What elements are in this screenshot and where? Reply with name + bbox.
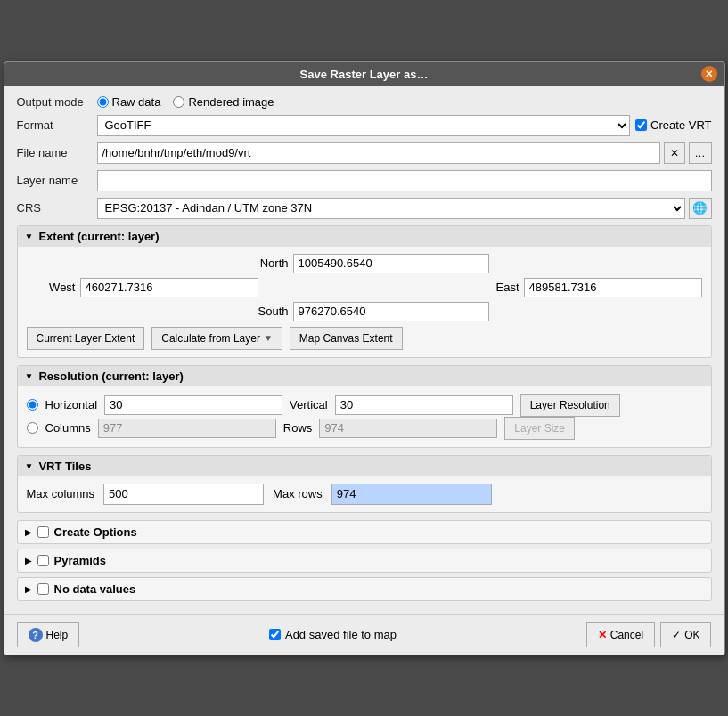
calculate-from-layer-label: Calculate from Layer (161, 332, 260, 345)
format-select-wrapper: GeoTIFF Create VRT (97, 115, 712, 136)
output-mode-row: Output mode Raw data Rendered image (17, 95, 712, 109)
extent-arrow-icon: ▼ (25, 232, 34, 241)
extent-west-east-row: West 460271.7316 East 489581.7316 (27, 278, 702, 297)
create-vrt-wrapper: Create VRT (635, 118, 711, 132)
no-data-values-checkbox[interactable] (37, 583, 49, 595)
vrt-tiles-header[interactable]: ▼ VRT Tiles (18, 456, 711, 476)
crs-field-group: EPSG:20137 - Adindan / UTM zone 37N 🌐 (97, 198, 712, 219)
crs-label: CRS (17, 201, 97, 215)
no-data-values-section[interactable]: ▶ No data values (17, 577, 712, 601)
close-icon: ✕ (705, 69, 713, 80)
raw-data-radio[interactable] (97, 96, 109, 108)
footer-right: ✕ Cancel ✓ OK (586, 622, 712, 647)
layer-name-input[interactable] (97, 170, 712, 191)
ok-button[interactable]: ✓ OK (660, 622, 711, 647)
resolution-arrow-icon: ▼ (25, 371, 34, 381)
rendered-image-radio[interactable] (173, 96, 184, 108)
crs-select[interactable]: EPSG:20137 - Adindan / UTM zone 37N (97, 198, 685, 219)
horizontal-input[interactable]: 30 (104, 395, 282, 415)
extent-south-row: South 976270.6540 (27, 302, 702, 321)
create-options-checkbox[interactable] (37, 526, 49, 538)
create-vrt-checkbox[interactable] (635, 119, 647, 131)
east-input[interactable]: 489581.7316 (524, 278, 702, 297)
extent-header[interactable]: ▼ Extent (current: layer) (18, 226, 711, 247)
vertical-input[interactable]: 30 (335, 395, 513, 415)
format-label: Format (17, 118, 97, 132)
east-label: East (470, 281, 519, 294)
save-raster-dialog: Save Raster Layer as… ✕ Output mode Raw … (4, 61, 725, 655)
calculate-dropdown-icon: ▼ (264, 333, 273, 343)
pyramids-label: Pyramids (54, 554, 107, 567)
vrt-tiles-section: ▼ VRT Tiles Max columns 500 Max rows 974 (17, 455, 712, 513)
horizontal-radio[interactable] (27, 399, 38, 411)
rendered-image-option[interactable]: Rendered image (173, 95, 274, 109)
extent-buttons-row: Current Layer Extent Calculate from Laye… (27, 327, 702, 350)
file-name-input[interactable]: /home/bnhr/tmp/eth/mod9/vrt (97, 142, 660, 164)
north-label: North (240, 256, 289, 270)
title-bar: Save Raster Layer as… ✕ (4, 62, 724, 86)
pyramids-checkbox[interactable] (37, 555, 49, 566)
cancel-button[interactable]: ✕ Cancel (586, 622, 655, 647)
add-saved-checkbox[interactable] (269, 629, 281, 640)
raw-data-label: Raw data (112, 95, 161, 109)
create-options-arrow-icon: ▶ (25, 527, 32, 537)
south-input[interactable]: 976270.6540 (293, 302, 489, 321)
file-name-label: File name (17, 146, 97, 159)
resolution-title: Resolution (current: layer) (38, 370, 184, 383)
columns-input[interactable]: 977 (98, 419, 276, 438)
clear-icon: ✕ (670, 147, 679, 159)
extent-east-group: East 489581.7316 (470, 278, 702, 297)
west-input[interactable]: 460271.7316 (80, 278, 258, 297)
calculate-from-layer-button[interactable]: Calculate from Layer ▼ (151, 327, 282, 350)
help-label: Help (46, 629, 69, 641)
south-label: South (240, 305, 289, 318)
rows-input[interactable]: 974 (319, 419, 497, 438)
ok-label: OK (684, 629, 699, 641)
file-name-field-group: /home/bnhr/tmp/eth/mod9/vrt ✕ … (97, 142, 712, 164)
raw-data-option[interactable]: Raw data (97, 95, 161, 109)
current-layer-extent-button[interactable]: Current Layer Extent (27, 327, 145, 350)
map-canvas-extent-button[interactable]: Map Canvas Extent (290, 327, 403, 350)
create-options-label: Create Options (54, 525, 137, 539)
extent-north-row: North 1005490.6540 (27, 254, 702, 273)
output-mode-label: Output mode (17, 95, 97, 109)
extent-section: ▼ Extent (current: layer) North 1005490.… (17, 225, 712, 358)
horizontal-label: Horizontal (45, 398, 98, 411)
help-icon: ? (29, 628, 43, 642)
crs-icon: 🌐 (692, 201, 708, 215)
dialog-footer: ? Help Add saved file to map ✕ Cancel ✓ … (4, 614, 724, 655)
columns-radio[interactable] (27, 422, 38, 434)
help-button[interactable]: ? Help (17, 622, 80, 647)
add-saved-label: Add saved file to map (285, 628, 397, 641)
pyramids-arrow-icon: ▶ (25, 556, 32, 565)
resolution-header[interactable]: ▼ Resolution (current: layer) (18, 366, 711, 386)
max-rows-input[interactable]: 974 (331, 484, 492, 505)
close-button[interactable]: ✕ (701, 66, 717, 82)
footer-left: ? Help (17, 622, 80, 647)
vrt-tiles-title: VRT Tiles (38, 460, 91, 473)
file-name-browse-button[interactable]: … (689, 142, 712, 164)
layer-size-button[interactable]: Layer Size (504, 417, 575, 440)
file-name-row: File name /home/bnhr/tmp/eth/mod9/vrt ✕ … (17, 142, 712, 164)
create-options-section[interactable]: ▶ Create Options (17, 520, 712, 544)
pyramids-section[interactable]: ▶ Pyramids (17, 549, 712, 573)
layer-name-row: Layer name (17, 170, 712, 191)
layer-name-label: Layer name (17, 174, 97, 187)
max-columns-input[interactable]: 500 (103, 484, 264, 505)
north-input[interactable]: 1005490.6540 (293, 254, 489, 273)
rendered-image-label: Rendered image (188, 95, 274, 109)
layer-resolution-button[interactable]: Layer Resolution (520, 394, 620, 417)
ok-icon: ✓ (672, 629, 681, 641)
format-select[interactable]: GeoTIFF (97, 115, 631, 136)
vrt-tiles-inputs-row: Max columns 500 Max rows 974 (27, 484, 702, 505)
no-data-values-arrow-icon: ▶ (25, 584, 32, 594)
crs-button[interactable]: 🌐 (689, 198, 712, 219)
crs-row: CRS EPSG:20137 - Adindan / UTM zone 37N … (17, 198, 712, 219)
create-vrt-label: Create VRT (650, 118, 711, 132)
output-mode-options: Raw data Rendered image (97, 95, 274, 109)
file-name-clear-button[interactable]: ✕ (664, 142, 685, 164)
resolution-columns-row: Columns 977 Rows 974 Layer Size (27, 417, 702, 440)
footer-mid: Add saved file to map (269, 628, 397, 641)
cancel-icon: ✕ (598, 629, 607, 641)
vertical-label: Vertical (290, 398, 328, 411)
